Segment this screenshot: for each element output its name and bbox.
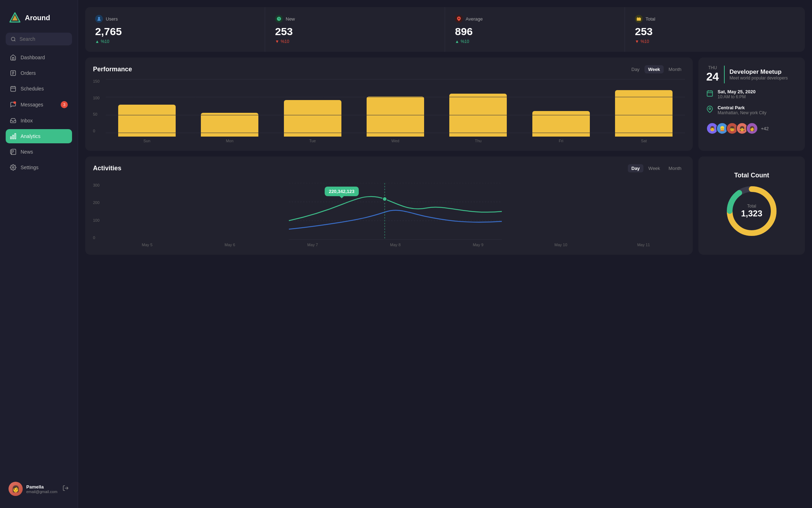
- bars-row: Sun Mon Tue Wed: [106, 79, 685, 143]
- event-card: THU 24 Developer Meetup Meet world popul…: [698, 57, 805, 151]
- svg-rect-8: [11, 87, 16, 92]
- x-label-2: May 7: [271, 243, 354, 247]
- inbox-icon: [10, 117, 16, 124]
- activities-filter-day[interactable]: Day: [628, 164, 643, 172]
- nav-item-dashboard[interactable]: Dashboard: [6, 50, 72, 65]
- activities-filter-month[interactable]: Month: [665, 164, 685, 172]
- nav-item-analytics[interactable]: Analytics: [6, 129, 72, 143]
- calendar-detail-icon: [706, 90, 713, 97]
- event-subtitle: Meet world popular developers: [730, 76, 788, 81]
- stat-new-label: New: [286, 16, 295, 22]
- orders-icon: [10, 70, 16, 76]
- search-icon: [11, 37, 16, 42]
- svg-rect-15: [15, 134, 16, 139]
- settings-icon: [10, 164, 16, 171]
- nav-item-settings[interactable]: Settings: [6, 160, 72, 175]
- bar-wed: [367, 96, 424, 137]
- date-divider: [724, 66, 725, 83]
- svg-point-2: [11, 37, 15, 40]
- filter-week[interactable]: Week: [644, 65, 664, 73]
- nav-label-analytics: Analytics: [21, 133, 40, 139]
- bottom-row: Activities Day Week Month 220,342,123 0 …: [85, 156, 805, 255]
- location-detail: Manhattan, New york City: [718, 110, 766, 115]
- event-date-text: Sat, May 25, 2020: [718, 89, 756, 94]
- svg-rect-24: [637, 18, 641, 21]
- svg-rect-14: [13, 135, 14, 139]
- activities-filter-week[interactable]: Week: [645, 164, 664, 172]
- bar-group-sun: Sun: [106, 79, 188, 143]
- app-logo-icon: [9, 11, 21, 24]
- performance-header: Performance Day Week Month: [93, 65, 685, 73]
- stat-users-label: Users: [106, 16, 118, 22]
- analytics-icon: [10, 133, 16, 139]
- stat-total-value: 253: [635, 26, 795, 38]
- bar-chart-container: 0 50 100 150 Sun Mon: [93, 79, 685, 143]
- svg-point-19: [12, 167, 14, 169]
- bar-sat: [615, 90, 673, 137]
- nav-item-news[interactable]: News: [6, 145, 72, 159]
- total-count-card: Total Count Total 1,323: [698, 156, 805, 255]
- x-label-3: May 8: [354, 243, 437, 247]
- x-label-1: May 6: [188, 243, 271, 247]
- event-day-number: 24: [706, 70, 719, 83]
- activities-y-labels: 0 100 200 300: [93, 183, 99, 240]
- bar-sun: [118, 105, 176, 137]
- stat-average-label: Average: [466, 16, 483, 22]
- svg-point-23: [458, 18, 460, 19]
- nav-label-schedules: Schedules: [21, 86, 44, 92]
- svg-point-35: [383, 197, 387, 201]
- y-axis-labels: 0 50 100 150: [93, 79, 99, 133]
- bar-group-fri: Fri: [520, 79, 602, 143]
- donut-label: Total: [741, 204, 762, 209]
- nav-item-schedules[interactable]: Schedules: [6, 82, 72, 96]
- bar-group-sat: Sat: [603, 79, 685, 143]
- user-name: Pamella: [26, 484, 57, 490]
- user-email: email@gmail.com: [26, 490, 57, 494]
- search-input[interactable]: [20, 36, 67, 42]
- donut-center: Total 1,323: [741, 204, 762, 219]
- attendees-row: 👨 👱 👦 👧 👩 +42: [706, 122, 797, 134]
- nav-item-orders[interactable]: Orders: [6, 66, 72, 80]
- stat-new-trend: ▼%10: [275, 39, 435, 44]
- bar-group-tue: Tue: [271, 79, 353, 143]
- nav-item-inbox[interactable]: Inbox: [6, 114, 72, 128]
- svg-rect-13: [11, 137, 12, 139]
- sidebar-logo: Around: [6, 9, 72, 31]
- attendees-extra: +42: [761, 126, 769, 131]
- app-name: Around: [25, 14, 50, 22]
- event-date-detail: Sat, May 25, 2020 10:AM to 6:PM: [706, 89, 797, 99]
- total-count-title: Total Count: [734, 172, 769, 179]
- bar-group-mon: Mon: [188, 79, 270, 143]
- donut-chart: Total 1,323: [723, 183, 780, 239]
- stats-row: Users 2,765 ▲%10 New 253 ▼%10: [85, 7, 805, 52]
- activities-chart-container: 220,342,123 0 100 200 300: [93, 183, 685, 247]
- line-chart-svg: [106, 183, 685, 240]
- x-label-5: May 10: [520, 243, 602, 247]
- activities-card: Activities Day Week Month 220,342,123 0 …: [85, 156, 693, 255]
- stat-new-value: 253: [275, 26, 435, 38]
- performance-card: Performance Day Week Month 0 50: [85, 57, 693, 151]
- bar-thu: [449, 94, 507, 137]
- search-box[interactable]: [6, 33, 72, 45]
- stat-average: Average 896 ▲%10: [445, 7, 625, 52]
- filter-month[interactable]: Month: [665, 65, 685, 73]
- performance-filters: Day Week Month: [628, 65, 685, 73]
- line-chart-wrap: 0 100 200 300: [93, 183, 685, 247]
- bar-mon: [201, 113, 258, 137]
- nav-item-messages[interactable]: Messages 3: [6, 97, 72, 112]
- stat-users: Users 2,765 ▲%10: [85, 7, 265, 52]
- bar-group-wed: Wed: [354, 79, 436, 143]
- logout-button[interactable]: [61, 484, 70, 494]
- sidebar: Around Dashboard Orders Schedules Messag…: [0, 0, 78, 508]
- event-title: Developer Meetup: [730, 68, 788, 76]
- messages-badge: 3: [61, 101, 68, 108]
- date-box: THU 24: [706, 65, 719, 83]
- svg-line-3: [14, 40, 15, 41]
- performance-title: Performance: [93, 66, 132, 73]
- user-profile: 👩 Pamella email@gmail.com: [6, 478, 72, 499]
- event-location-detail: Central Park Manhattan, New york City: [706, 105, 797, 115]
- filter-day[interactable]: Day: [628, 65, 643, 73]
- location-icon: [706, 106, 713, 113]
- nav-label-orders: Orders: [21, 70, 36, 76]
- x-label-0: May 5: [106, 243, 188, 247]
